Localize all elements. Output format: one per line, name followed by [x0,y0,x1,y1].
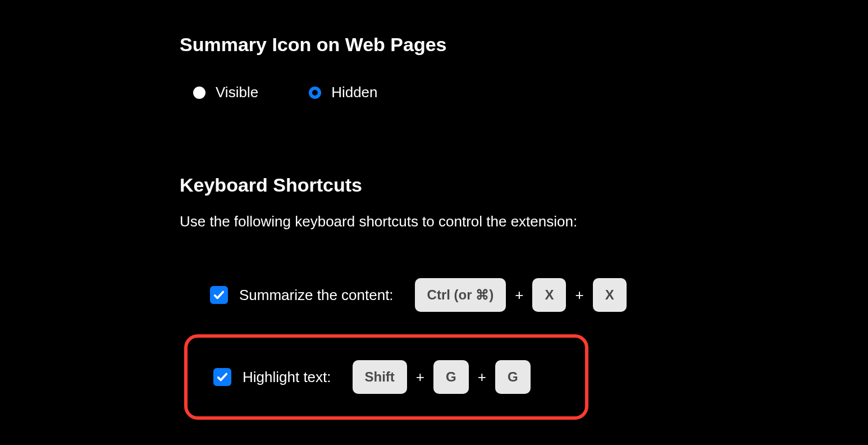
summarize-key-combo: Ctrl (or ⌘) + X + X [415,278,627,312]
radio-visible-label: Visible [216,84,258,101]
key-badge: G [495,360,531,394]
radio-hidden-label: Hidden [331,84,377,101]
summarize-label: Summarize the content: [239,287,394,304]
highlight-annotation-box: Highlight text: Shift + G + G [184,334,588,420]
plus-icon: + [478,369,486,386]
radio-circle-icon [193,87,205,99]
highlight-checkbox[interactable] [213,368,231,386]
summarize-checkbox[interactable] [210,286,228,304]
radio-hidden[interactable]: Hidden [309,84,377,101]
key-badge: Ctrl (or ⌘) [415,278,506,312]
summary-icon-heading: Summary Icon on Web Pages [180,34,868,56]
keyboard-shortcuts-heading: Keyboard Shortcuts [180,174,868,196]
highlight-label: Highlight text: [243,369,331,386]
plus-icon: + [575,287,583,304]
shortcut-summarize-row: Summarize the content: Ctrl (or ⌘) + X +… [180,267,868,323]
summary-icon-radio-group: Visible Hidden [180,84,868,101]
key-badge: X [532,278,566,312]
plus-icon: + [515,287,523,304]
key-badge: G [433,360,469,394]
plus-icon: + [416,369,424,386]
key-badge: X [593,278,627,312]
highlight-key-combo: Shift + G + G [353,360,531,394]
keyboard-shortcuts-description: Use the following keyboard shortcuts to … [180,213,868,230]
radio-circle-icon [309,87,321,99]
radio-visible[interactable]: Visible [193,84,258,101]
checkmark-icon [216,371,229,383]
key-badge: Shift [353,360,407,394]
checkmark-icon [213,289,225,301]
shortcut-highlight-row: Highlight text: Shift + G + G [188,355,585,399]
